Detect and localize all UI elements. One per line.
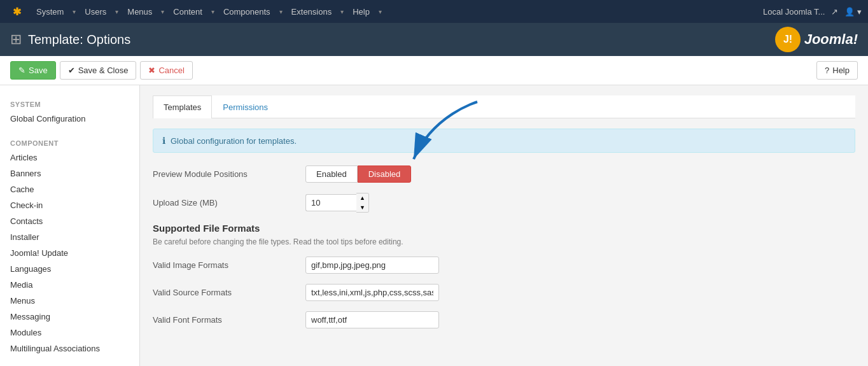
content-area: Templates Permissions ℹ Global configura…	[140, 85, 868, 366]
tabs: Templates Permissions	[153, 95, 855, 118]
upload-size-row: Upload Size (MB) ▲ ▼	[153, 193, 855, 213]
info-text: Global configuration for templates.	[171, 136, 297, 146]
nav-users[interactable]: Users	[78, 2, 113, 22]
nav-extensions[interactable]: Extensions	[285, 2, 339, 22]
sidebar-item-banners[interactable]: Banners	[0, 165, 139, 181]
image-formats-input[interactable]	[305, 257, 439, 274]
nav-left: ✱ System▾ Users▾ Menus▾ Content▾ Compone…	[6, 1, 382, 23]
info-box: ℹ Global configuration for templates.	[153, 129, 855, 153]
nav-system[interactable]: System	[30, 2, 70, 22]
upload-spinner: ▲ ▼	[305, 193, 369, 213]
sidebar-item-modules[interactable]: Modules	[0, 325, 139, 341]
sidebar-item-articles[interactable]: Articles	[0, 150, 139, 165]
main-layout: SYSTEM Global Configuration COMPONENT Ar…	[0, 85, 868, 366]
spinner-buttons: ▲ ▼	[356, 193, 369, 213]
sidebar-item-messaging[interactable]: Messaging	[0, 309, 139, 325]
nav-content[interactable]: Content	[167, 2, 209, 22]
spinner-down-btn[interactable]: ▼	[356, 203, 368, 213]
toolbar-right: ? Help	[816, 61, 858, 80]
save-icon: ✎	[18, 66, 25, 75]
sidebar: SYSTEM Global Configuration COMPONENT Ar…	[0, 85, 140, 366]
sidebar-item-languages[interactable]: Languages	[0, 261, 139, 277]
joomla-logo-nav[interactable]: ✱	[6, 1, 27, 23]
svg-text:J!: J!	[783, 34, 792, 45]
preview-disabled-btn[interactable]: Disabled	[358, 165, 412, 183]
x-icon: ✖	[148, 66, 155, 75]
upload-input[interactable]	[305, 194, 356, 211]
nav-help[interactable]: Help	[346, 2, 376, 22]
cancel-button[interactable]: ✖ Cancel	[140, 61, 192, 80]
image-formats-label: Valid Image Formats	[153, 260, 293, 270]
nav-components[interactable]: Components	[217, 2, 277, 22]
sidebar-item-menus[interactable]: Menus	[0, 293, 139, 309]
page-title-group: ⊞ Template: Options	[10, 31, 130, 48]
nav-menus[interactable]: Menus	[121, 2, 158, 22]
source-formats-label: Valid Source Formats	[153, 288, 293, 297]
joomla-brand-text: Joomla!	[804, 31, 858, 48]
preview-module-row: Preview Module Positions Enabled Disable…	[153, 165, 855, 183]
sidebar-item-installer[interactable]: Installer	[0, 229, 139, 245]
preview-enabled-btn[interactable]: Enabled	[305, 165, 358, 183]
sidebar-item-global-config[interactable]: Global Configuration	[0, 111, 139, 127]
preview-toggle: Enabled Disabled	[305, 165, 411, 183]
sidebar-item-checkin[interactable]: Check-in	[0, 197, 139, 213]
preview-label: Preview Module Positions	[153, 169, 293, 179]
nav-right: Local Joomla T... ↗ 👤 ▾	[763, 7, 862, 17]
sidebar-item-media[interactable]: Media	[0, 277, 139, 293]
template-icon: ⊞	[10, 31, 22, 48]
save-close-button[interactable]: ✔ Save & Close	[60, 61, 137, 80]
site-name[interactable]: Local Joomla T...	[763, 7, 825, 17]
tab-permissions[interactable]: Permissions	[212, 95, 279, 118]
joomla-brand: J! Joomla!	[774, 25, 858, 53]
sidebar-item-contacts[interactable]: Contacts	[0, 213, 139, 229]
source-formats-row: Valid Source Formats	[153, 284, 855, 301]
upload-label: Upload Size (MB)	[153, 198, 293, 208]
external-link-icon: ↗	[831, 7, 838, 17]
font-formats-label: Valid Font Formats	[153, 315, 293, 325]
sidebar-item-multilingual[interactable]: Multilingual Associations	[0, 341, 139, 356]
image-formats-row: Valid Image Formats	[153, 257, 855, 274]
sidebar-section-system: SYSTEM	[0, 95, 139, 111]
help-button[interactable]: ? Help	[816, 61, 858, 80]
save-button[interactable]: ✎ Save	[10, 61, 56, 80]
help-icon: ?	[825, 66, 829, 75]
tab-templates[interactable]: Templates	[153, 95, 212, 118]
supported-heading: Supported File Formats	[153, 223, 855, 234]
joomla-logo-icon: J!	[774, 25, 802, 53]
sidebar-section-component: COMPONENT	[0, 134, 139, 150]
info-icon: ℹ	[162, 136, 165, 146]
sidebar-item-cache[interactable]: Cache	[0, 181, 139, 197]
top-navigation: ✱ System▾ Users▾ Menus▾ Content▾ Compone…	[0, 0, 868, 23]
header-bar: ⊞ Template: Options J! Joomla!	[0, 23, 868, 56]
supported-desc: Be careful before changing the file type…	[153, 237, 855, 246]
source-formats-input[interactable]	[305, 284, 439, 301]
toolbar: ✎ Save ✔ Save & Close ✖ Cancel ? Help	[0, 56, 868, 85]
check-icon: ✔	[68, 66, 75, 75]
toolbar-buttons: ✎ Save ✔ Save & Close ✖ Cancel	[10, 61, 193, 80]
font-formats-input[interactable]	[305, 311, 439, 328]
font-formats-row: Valid Font Formats	[153, 311, 855, 328]
sidebar-item-joomla-update[interactable]: Joomla! Update	[0, 245, 139, 261]
page-title: Template: Options	[28, 32, 130, 47]
spinner-up-btn[interactable]: ▲	[356, 194, 368, 203]
user-menu[interactable]: 👤 ▾	[844, 7, 862, 17]
